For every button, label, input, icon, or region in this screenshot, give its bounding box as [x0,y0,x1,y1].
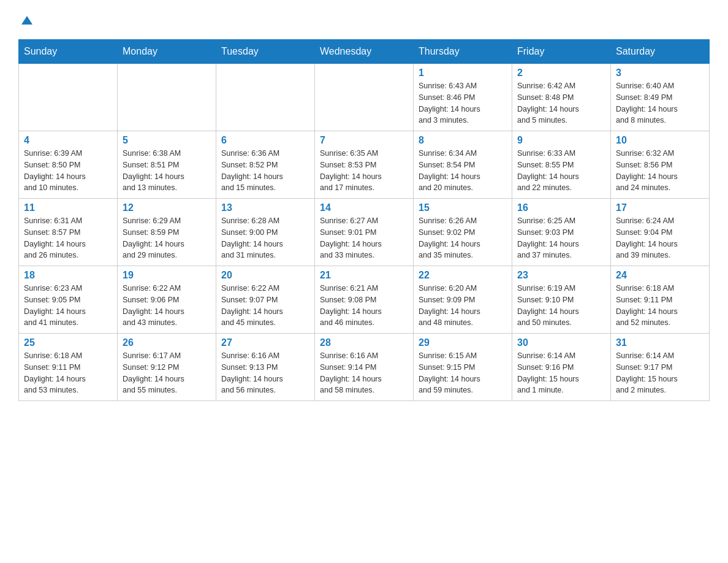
calendar-week-row: 4Sunrise: 6:39 AM Sunset: 8:50 PM Daylig… [19,131,710,199]
day-info: Sunrise: 6:28 AM Sunset: 9:00 PM Dayligh… [221,215,309,261]
calendar-cell: 17Sunrise: 6:24 AM Sunset: 9:04 PM Dayli… [611,199,710,266]
calendar-cell: 5Sunrise: 6:38 AM Sunset: 8:51 PM Daylig… [118,131,216,199]
calendar-cell: 14Sunrise: 6:27 AM Sunset: 9:01 PM Dayli… [315,199,414,266]
calendar-cell: 27Sunrise: 6:16 AM Sunset: 9:13 PM Dayli… [216,334,315,401]
calendar-cell: 11Sunrise: 6:31 AM Sunset: 8:57 PM Dayli… [19,199,118,266]
day-number: 19 [123,270,211,281]
calendar-cell: 3Sunrise: 6:40 AM Sunset: 8:49 PM Daylig… [611,64,710,131]
day-info: Sunrise: 6:33 AM Sunset: 8:55 PM Dayligh… [517,148,605,194]
day-number: 5 [123,135,211,146]
calendar-cell: 9Sunrise: 6:33 AM Sunset: 8:55 PM Daylig… [512,131,611,199]
day-info: Sunrise: 6:19 AM Sunset: 9:10 PM Dayligh… [517,283,605,329]
day-number: 30 [517,337,605,348]
day-info: Sunrise: 6:42 AM Sunset: 8:48 PM Dayligh… [517,80,605,126]
calendar-cell: 19Sunrise: 6:22 AM Sunset: 9:06 PM Dayli… [118,266,216,334]
day-info: Sunrise: 6:23 AM Sunset: 9:05 PM Dayligh… [24,283,112,329]
calendar-cell: 22Sunrise: 6:20 AM Sunset: 9:09 PM Dayli… [414,266,512,334]
day-info: Sunrise: 6:27 AM Sunset: 9:01 PM Dayligh… [320,215,408,261]
day-number: 20 [221,270,309,281]
calendar-cell: 12Sunrise: 6:29 AM Sunset: 8:59 PM Dayli… [118,199,216,266]
day-info: Sunrise: 6:26 AM Sunset: 9:02 PM Dayligh… [419,215,507,261]
day-info: Sunrise: 6:16 AM Sunset: 9:14 PM Dayligh… [320,350,408,396]
day-number: 21 [320,270,408,281]
day-number: 13 [221,202,309,213]
calendar-header-sunday: Sunday [19,40,118,64]
calendar-cell: 15Sunrise: 6:26 AM Sunset: 9:02 PM Dayli… [414,199,512,266]
day-info: Sunrise: 6:20 AM Sunset: 9:09 PM Dayligh… [419,283,507,329]
calendar-week-row: 1Sunrise: 6:43 AM Sunset: 8:46 PM Daylig… [19,64,710,131]
logo-triangle-icon [20,13,34,27]
calendar-cell: 6Sunrise: 6:36 AM Sunset: 8:52 PM Daylig… [216,131,315,199]
calendar-cell: 25Sunrise: 6:18 AM Sunset: 9:11 PM Dayli… [19,334,118,401]
calendar-header-thursday: Thursday [414,40,512,64]
day-info: Sunrise: 6:40 AM Sunset: 8:49 PM Dayligh… [616,80,704,126]
calendar-header-row: SundayMondayTuesdayWednesdayThursdayFrid… [19,40,710,64]
calendar-header-friday: Friday [512,40,611,64]
day-number: 9 [517,135,605,146]
calendar-cell: 8Sunrise: 6:34 AM Sunset: 8:54 PM Daylig… [414,131,512,199]
day-number: 18 [24,270,112,281]
calendar-cell: 30Sunrise: 6:14 AM Sunset: 9:16 PM Dayli… [512,334,611,401]
day-info: Sunrise: 6:18 AM Sunset: 9:11 PM Dayligh… [616,283,704,329]
day-info: Sunrise: 6:43 AM Sunset: 8:46 PM Dayligh… [419,80,507,126]
calendar-cell [19,64,118,131]
calendar-header-monday: Monday [118,40,216,64]
calendar-cell: 23Sunrise: 6:19 AM Sunset: 9:10 PM Dayli… [512,266,611,334]
header [18,12,710,27]
calendar-cell: 28Sunrise: 6:16 AM Sunset: 9:14 PM Dayli… [315,334,414,401]
day-number: 31 [616,337,704,348]
day-info: Sunrise: 6:18 AM Sunset: 9:11 PM Dayligh… [24,350,112,396]
day-number: 24 [616,270,704,281]
day-number: 4 [24,135,112,146]
svg-marker-0 [21,16,32,25]
day-number: 3 [616,67,704,79]
calendar-cell: 13Sunrise: 6:28 AM Sunset: 9:00 PM Dayli… [216,199,315,266]
calendar-cell: 29Sunrise: 6:15 AM Sunset: 9:15 PM Dayli… [414,334,512,401]
calendar-cell: 26Sunrise: 6:17 AM Sunset: 9:12 PM Dayli… [118,334,216,401]
calendar-cell [315,64,414,131]
day-number: 11 [24,202,112,213]
calendar-cell: 10Sunrise: 6:32 AM Sunset: 8:56 PM Dayli… [611,131,710,199]
day-info: Sunrise: 6:17 AM Sunset: 9:12 PM Dayligh… [123,350,211,396]
calendar-cell: 20Sunrise: 6:22 AM Sunset: 9:07 PM Dayli… [216,266,315,334]
day-info: Sunrise: 6:31 AM Sunset: 8:57 PM Dayligh… [24,215,112,261]
day-info: Sunrise: 6:35 AM Sunset: 8:53 PM Dayligh… [320,148,408,194]
day-info: Sunrise: 6:21 AM Sunset: 9:08 PM Dayligh… [320,283,408,329]
day-number: 14 [320,202,408,213]
day-info: Sunrise: 6:14 AM Sunset: 9:16 PM Dayligh… [517,350,605,396]
day-info: Sunrise: 6:24 AM Sunset: 9:04 PM Dayligh… [616,215,704,261]
calendar-table: SundayMondayTuesdayWednesdayThursdayFrid… [18,39,710,401]
day-info: Sunrise: 6:15 AM Sunset: 9:15 PM Dayligh… [419,350,507,396]
day-number: 16 [517,202,605,213]
logo [18,12,34,27]
day-info: Sunrise: 6:16 AM Sunset: 9:13 PM Dayligh… [221,350,309,396]
day-number: 7 [320,135,408,146]
calendar-cell: 16Sunrise: 6:25 AM Sunset: 9:03 PM Dayli… [512,199,611,266]
calendar-cell: 31Sunrise: 6:14 AM Sunset: 9:17 PM Dayli… [611,334,710,401]
day-info: Sunrise: 6:29 AM Sunset: 8:59 PM Dayligh… [123,215,211,261]
calendar-cell: 2Sunrise: 6:42 AM Sunset: 8:48 PM Daylig… [512,64,611,131]
calendar-cell [216,64,315,131]
day-info: Sunrise: 6:14 AM Sunset: 9:17 PM Dayligh… [616,350,704,396]
day-number: 8 [419,135,507,146]
calendar-header-wednesday: Wednesday [315,40,414,64]
day-number: 15 [419,202,507,213]
day-number: 29 [419,337,507,348]
day-number: 17 [616,202,704,213]
day-info: Sunrise: 6:36 AM Sunset: 8:52 PM Dayligh… [221,148,309,194]
day-info: Sunrise: 6:25 AM Sunset: 9:03 PM Dayligh… [517,215,605,261]
day-number: 28 [320,337,408,348]
day-info: Sunrise: 6:22 AM Sunset: 9:07 PM Dayligh… [221,283,309,329]
calendar-week-row: 18Sunrise: 6:23 AM Sunset: 9:05 PM Dayli… [19,266,710,334]
day-number: 12 [123,202,211,213]
calendar-cell: 4Sunrise: 6:39 AM Sunset: 8:50 PM Daylig… [19,131,118,199]
calendar-cell: 24Sunrise: 6:18 AM Sunset: 9:11 PM Dayli… [611,266,710,334]
calendar-cell [118,64,216,131]
day-info: Sunrise: 6:38 AM Sunset: 8:51 PM Dayligh… [123,148,211,194]
day-number: 23 [517,270,605,281]
day-number: 6 [221,135,309,146]
day-info: Sunrise: 6:39 AM Sunset: 8:50 PM Dayligh… [24,148,112,194]
calendar-cell: 18Sunrise: 6:23 AM Sunset: 9:05 PM Dayli… [19,266,118,334]
day-number: 2 [517,67,605,79]
day-number: 10 [616,135,704,146]
